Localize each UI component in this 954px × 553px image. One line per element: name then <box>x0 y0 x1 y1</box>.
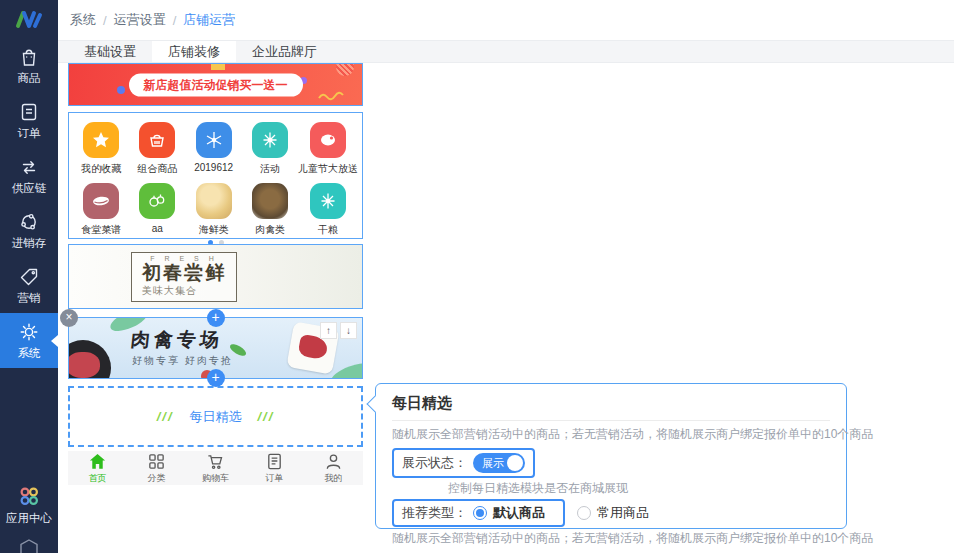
daily-pick-label: 每日精选 <box>190 408 242 426</box>
display-status-note: 控制每日精选模块是否在商城展现 <box>448 480 830 497</box>
sidebar-item-goods[interactable]: 商品 <box>0 38 58 93</box>
meat-decor <box>69 352 100 378</box>
supply-chain-icon <box>18 156 40 178</box>
slash-decor: /// <box>157 409 174 424</box>
tabbar-item-orders[interactable]: 订单 <box>245 452 304 485</box>
grid-item-dry-food[interactable]: 干粮 <box>298 183 358 237</box>
document-icon <box>265 452 284 471</box>
fresh-subtitle: 美味大集合 <box>142 284 226 298</box>
tab-basic-settings[interactable]: 基础设置 <box>68 41 152 62</box>
breadcrumb-item-store-operation: 店铺运营 <box>183 11 235 29</box>
vegetable-icon <box>139 183 175 219</box>
grid-item-activity[interactable]: 活动 <box>242 122 298 176</box>
radio-common-product[interactable] <box>577 506 591 520</box>
hotpot-decor <box>69 340 111 378</box>
radio-default-product-label[interactable]: 默认商品 <box>493 504 545 522</box>
move-down-button[interactable]: ↓ <box>340 322 357 339</box>
sidebar-item-orders[interactable]: 订单 <box>0 93 58 148</box>
radio-default-product[interactable] <box>473 506 487 520</box>
tabbar-label: 购物车 <box>202 472 229 485</box>
promo-pill-text: 新店超值活动促销买一送一 <box>129 73 303 96</box>
snowflake-icon <box>196 122 232 158</box>
sidebar-item-supply-chain[interactable]: 供应链 <box>0 148 58 203</box>
grid-item-favorites[interactable]: 我的收藏 <box>73 122 129 176</box>
gear-icon <box>18 321 40 343</box>
order-icon <box>18 101 40 123</box>
main-content: 新店超值活动促销买一送一 我的收藏 <box>58 63 954 553</box>
star-icon <box>83 122 119 158</box>
grid-item-children-day[interactable]: 儿童节大放送 <box>298 122 358 176</box>
sidebar-item-app-center[interactable]: 应用中心 <box>0 479 58 531</box>
recommend-type-highlight-box: 推荐类型： 默认商品 <box>392 499 565 527</box>
add-module-below-button[interactable]: + <box>207 369 225 387</box>
basket-icon <box>139 122 175 158</box>
grid-item-label: 2019612 <box>194 162 233 173</box>
module-meat-banner[interactable]: 肉禽专场 好物专享 好肉专抢 × + + ↑ ↓ <box>68 317 363 379</box>
grid-item-combo[interactable]: 组合商品 <box>129 122 185 176</box>
sidebar: 商品 订单 供应链 <box>0 0 58 553</box>
panel-description-bottom: 随机展示全部营销活动中的商品；若无营销活动，将随机展示商户绑定报价单中的10个商… <box>392 531 830 547</box>
module-daily-pick[interactable]: /// 每日精选 /// <box>68 386 363 447</box>
sidebar-item-label: 系统 <box>18 346 41 361</box>
cart-icon <box>206 452 225 471</box>
tag-icon <box>18 266 40 288</box>
grid-item-2019612[interactable]: 2019612 <box>186 122 242 176</box>
grid-item-aa[interactable]: aa <box>129 183 185 237</box>
grid-item-label: 活动 <box>260 162 280 176</box>
grid-item-canteen-menu[interactable]: 食堂菜谱 <box>73 183 129 237</box>
tabbar-item-cart[interactable]: 购物车 <box>186 452 245 485</box>
sidebar-item-label: 进销存 <box>12 236 47 251</box>
sidebar-item-label: 营销 <box>18 291 41 306</box>
grid-item-label: 组合商品 <box>137 162 177 176</box>
sidebar-item-system[interactable]: 系统 <box>0 313 58 368</box>
radio-common-product-label[interactable]: 常用商品 <box>597 504 649 522</box>
panel-pointer-notch <box>367 396 384 413</box>
panel-title: 每日精选 <box>392 394 830 421</box>
add-module-above-button[interactable]: + <box>207 309 225 327</box>
home-icon <box>88 452 107 471</box>
tabbar-item-categories[interactable]: 分类 <box>127 452 186 485</box>
tab-store-decoration[interactable]: 店铺装修 <box>152 41 236 62</box>
grid-item-poultry[interactable]: 肉禽类 <box>242 183 298 237</box>
tabbar-item-home[interactable]: 首页 <box>68 452 127 485</box>
sidebar-item-marketing[interactable]: 营销 <box>0 258 58 313</box>
move-up-button[interactable]: ↑ <box>320 322 337 339</box>
display-status-row: 展示状态： 展示 <box>392 448 830 478</box>
breadcrumb-item-operation-settings[interactable]: 运营设置 <box>114 11 166 29</box>
hotdog-icon <box>83 183 119 219</box>
module-fresh-banner[interactable]: F R E S H 初春尝鲜 美味大集合 <box>68 244 363 309</box>
inventory-icon <box>18 211 40 233</box>
sidebar-item-label: 商品 <box>18 71 41 86</box>
delete-module-button[interactable]: × <box>60 309 78 327</box>
radio-dot <box>476 509 484 517</box>
grid-item-label: 肉禽类 <box>255 223 285 237</box>
tabbar-label: 订单 <box>266 472 284 485</box>
app-logo-icon <box>12 8 46 30</box>
striped-circle-decor <box>336 63 354 76</box>
icon-grid: 我的收藏 组合商品 <box>69 113 362 237</box>
recommend-type-row: 推荐类型： 默认商品 常用商品 <box>392 499 830 527</box>
tabbar-item-profile[interactable]: 我的 <box>304 452 363 485</box>
squiggle-decor <box>318 91 346 101</box>
grid-item-seafood[interactable]: 海鲜类 <box>186 183 242 237</box>
blob-icon <box>310 122 346 158</box>
panel-description: 随机展示全部营销活动中的商品；若无营销活动，将随机展示商户绑定报价单中的10个商… <box>392 427 830 443</box>
display-status-toggle[interactable]: 展示 <box>473 453 525 473</box>
breadcrumb-separator: / <box>173 13 177 28</box>
slash-decor: /// <box>258 409 275 424</box>
fresh-banner-text-box: F R E S H 初春尝鲜 美味大集合 <box>131 252 237 302</box>
snowflake-icon <box>310 183 346 219</box>
module-promo-banner[interactable]: 新店超值活动促销买一送一 <box>68 63 363 106</box>
person-icon <box>324 452 343 471</box>
breadcrumb-item-system[interactable]: 系统 <box>70 11 96 29</box>
module-icon-grid[interactable]: 我的收藏 组合商品 <box>68 112 363 239</box>
sidebar-item-inventory[interactable]: 进销存 <box>0 203 58 258</box>
sidebar-item-label: 供应链 <box>12 181 47 196</box>
tab-brand-hall[interactable]: 企业品牌厅 <box>236 41 333 62</box>
tabbar-label: 我的 <box>325 472 343 485</box>
sidebar-item-label: 应用中心 <box>6 511 52 526</box>
sidebar-partial-box-icon <box>17 537 41 553</box>
confetti-dot <box>117 86 125 94</box>
burst-icon <box>252 122 288 158</box>
seafood-photo <box>196 183 232 219</box>
